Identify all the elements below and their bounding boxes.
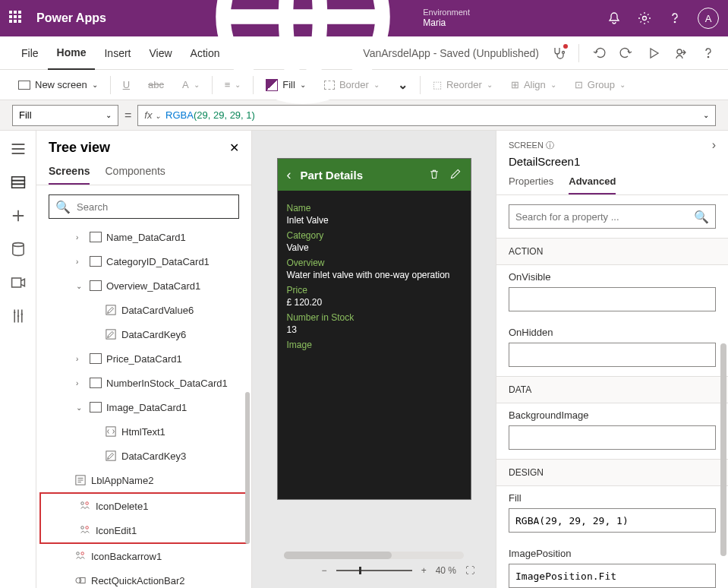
chevron-icon[interactable]: ›	[76, 233, 85, 242]
settings-icon[interactable]	[637, 11, 652, 26]
notifications-icon[interactable]	[607, 11, 622, 26]
property-search-input[interactable]	[515, 211, 694, 223]
svg-point-17	[86, 502, 89, 505]
expand-icon[interactable]: ›	[712, 138, 716, 152]
share-icon[interactable]	[673, 46, 689, 61]
tools-icon[interactable]	[9, 307, 27, 325]
prop-bgimage-input[interactable]	[509, 425, 716, 450]
tree-item[interactable]: ›Price_DataCard1	[36, 346, 251, 371]
prop-onvisible-input[interactable]	[509, 287, 716, 311]
tree-item[interactable]: IconDelete1	[41, 494, 247, 518]
redo-icon[interactable]	[619, 46, 634, 61]
edit-icon[interactable]	[449, 168, 462, 182]
border-button[interactable]: Border⌄	[318, 76, 386, 93]
tab-advanced[interactable]: Advanced	[569, 175, 616, 194]
tab-components[interactable]: Components	[105, 165, 165, 185]
tree-search-input[interactable]	[77, 201, 232, 213]
zoom-slider[interactable]	[336, 570, 412, 571]
menu-view[interactable]: View	[140, 36, 181, 70]
chevron-icon[interactable]: ⌄	[76, 403, 85, 412]
align-button[interactable]: ⊞Align⌄	[505, 76, 563, 93]
insert-icon[interactable]	[9, 207, 27, 225]
zoom-in-icon[interactable]: +	[421, 565, 427, 576]
chevron-icon[interactable]: ⌄	[76, 282, 85, 290]
underline-button[interactable]: U	[117, 76, 136, 93]
divider	[212, 76, 213, 94]
canvas-preview[interactable]: ‹ Part Details NameInlet ValveCategoryVa…	[277, 158, 471, 500]
tree-item-label: IconBackarrow1	[91, 551, 162, 562]
menu-action[interactable]: Action	[181, 36, 229, 70]
tree-item[interactable]: IconEdit1	[41, 518, 247, 542]
section-design: DESIGN	[496, 459, 728, 486]
tree-item[interactable]: DataCardValue6	[36, 298, 251, 322]
chevron-icon[interactable]: ›	[76, 258, 85, 266]
media-icon[interactable]	[9, 273, 27, 292]
prop-onhidden-label: OnHidden	[509, 327, 716, 338]
overflow-button[interactable]: ⌄	[392, 74, 414, 95]
strikethrough-button[interactable]: abc	[142, 76, 170, 93]
chevron-icon[interactable]: ›	[76, 355, 85, 363]
tree-item[interactable]: RectQuickActionBar2	[36, 568, 251, 588]
svg-point-3	[563, 51, 565, 53]
tab-properties[interactable]: Properties	[509, 175, 553, 194]
field-value: Water inlet valve with one-way operation	[287, 270, 462, 280]
chevron-icon[interactable]: ›	[76, 379, 85, 387]
help-icon[interactable]	[667, 11, 682, 26]
new-screen-button[interactable]: New screen⌄	[12, 76, 104, 93]
edit-icon	[105, 450, 117, 461]
tree-item[interactable]: ›NumberInStock_DataCard1	[36, 371, 251, 395]
svg-point-19	[86, 526, 89, 530]
group-button[interactable]: ⊡Group⌄	[569, 76, 632, 93]
formula-input[interactable]: fx ⌄ RGBA(29, 29, 29, 1) ⌄	[137, 105, 716, 126]
tree-item[interactable]: LblAppName2	[36, 468, 251, 492]
svg-point-2	[674, 21, 675, 22]
delete-icon[interactable]	[428, 168, 440, 182]
user-avatar[interactable]: A	[698, 8, 719, 29]
reorder-button[interactable]: ⬚Reorder⌄	[427, 76, 499, 93]
waffle-icon[interactable]	[9, 11, 24, 26]
icon-icon	[79, 501, 91, 511]
svg-point-4	[677, 49, 682, 54]
field-value: £ 120.20	[287, 297, 462, 308]
tree-item[interactable]: DataCardKey3	[36, 444, 251, 468]
scrollbar[interactable]	[245, 392, 250, 544]
tree-search[interactable]: 🔍	[49, 194, 239, 219]
tree-item-label: RectQuickActionBar2	[91, 575, 185, 586]
play-icon[interactable]	[646, 46, 661, 61]
tree-item[interactable]: HtmlText1	[36, 419, 251, 444]
tree-item[interactable]: ⌄Image_DataCard1	[36, 395, 251, 419]
tree-item[interactable]: ›Name_DataCard1	[36, 225, 251, 249]
prop-fill-input[interactable]	[509, 508, 716, 533]
tree-view-icon[interactable]	[9, 173, 27, 191]
zoom-out-icon[interactable]: −	[322, 565, 327, 576]
property-selector[interactable]: Fill⌄	[12, 105, 118, 126]
info-icon[interactable]: ⓘ	[546, 141, 554, 150]
scrollbar[interactable]	[720, 343, 726, 556]
hamburger-icon[interactable]	[9, 140, 27, 158]
menu-file[interactable]: File	[12, 36, 48, 70]
tab-screens[interactable]: Screens	[49, 165, 90, 185]
data-icon[interactable]	[9, 240, 27, 258]
tree-item[interactable]: DataCardKey6	[36, 322, 251, 346]
prop-imageposition-input[interactable]	[509, 564, 716, 588]
close-tree-icon[interactable]: ✕	[229, 141, 239, 155]
divider	[253, 76, 254, 94]
font-color-button[interactable]: A⌄	[176, 76, 206, 93]
tree-item[interactable]: IconBackarrow1	[36, 544, 251, 568]
menu-insert[interactable]: Insert	[95, 36, 140, 70]
fit-icon[interactable]: ⛶	[465, 565, 474, 576]
property-search[interactable]: 🔍	[509, 204, 716, 229]
app-checker-icon[interactable]	[551, 46, 566, 61]
help-ribbon-icon[interactable]	[701, 46, 716, 61]
prop-onhidden-input[interactable]	[509, 343, 716, 367]
tree-view-title: Tree view	[49, 140, 110, 156]
svg-point-16	[81, 502, 84, 505]
menu-home[interactable]: Home	[48, 36, 96, 70]
undo-icon[interactable]	[591, 46, 607, 61]
tree-item[interactable]: ⌄Overview_DataCard1	[36, 273, 251, 298]
back-icon[interactable]: ‹	[287, 167, 292, 183]
fill-button[interactable]: Fill⌄	[260, 76, 312, 94]
horizontal-scrollbar[interactable]	[284, 552, 465, 559]
tree-item[interactable]: ›CategoryID_DataCard1	[36, 249, 251, 273]
align-text-button[interactable]: ≡⌄	[219, 76, 247, 93]
